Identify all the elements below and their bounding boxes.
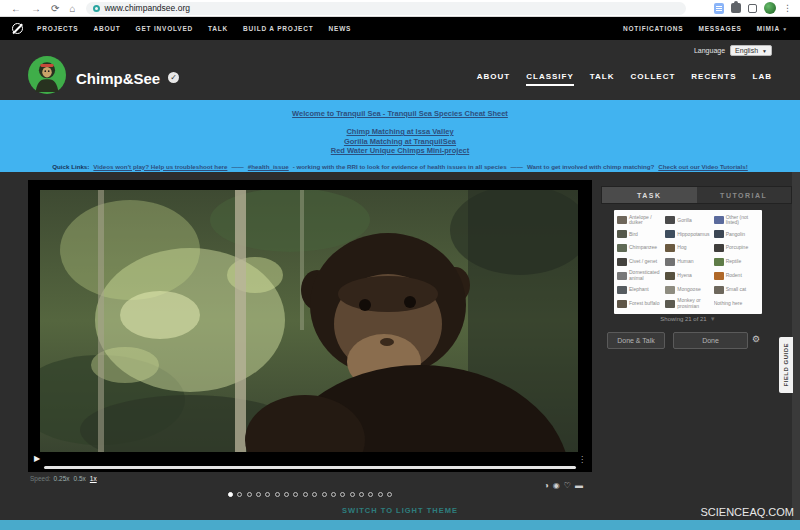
zooniverse-nav-item[interactable]: TALK (208, 25, 228, 32)
field-guide-tab[interactable]: FIELD GUIDE (779, 337, 793, 393)
frame-dot[interactable] (284, 492, 289, 497)
collection-icon[interactable]: ▬ (575, 481, 583, 490)
user-menu[interactable]: MIMIA ▼ (757, 25, 788, 32)
speed-option[interactable]: 0.25x (54, 475, 70, 482)
camera-trap-video[interactable] (40, 190, 578, 452)
quick-link[interactable]: - working with the RRI to look for evide… (293, 163, 507, 170)
species-option[interactable]: Domesticated animal (617, 269, 662, 282)
frame-dot[interactable] (359, 492, 364, 497)
frame-dot[interactable] (350, 492, 355, 497)
site-nav-item[interactable]: CLASSIFY (526, 72, 574, 86)
zooniverse-nav-item[interactable]: NEWS (329, 25, 352, 32)
frame-dot[interactable] (331, 492, 336, 497)
speed-option[interactable]: 0.5x (74, 475, 86, 482)
site-nav-item[interactable]: RECENTS (691, 72, 736, 86)
url-bar[interactable]: www.chimpandsee.org (86, 2, 686, 15)
gear-icon[interactable]: ⚙ (752, 334, 760, 344)
theme-toggle-link[interactable]: SWITCH TO LIGHT THEME (0, 506, 800, 515)
site-nav-item[interactable]: TALK (590, 72, 615, 86)
species-option[interactable]: Rodent (714, 269, 759, 282)
speed-option[interactable]: 1x (90, 475, 97, 482)
extensions-icon[interactable] (731, 3, 741, 13)
frame-dot[interactable] (303, 492, 308, 497)
forward-icon[interactable]: → (31, 0, 41, 17)
species-option[interactable]: Pangolin (714, 228, 759, 241)
frame-dot[interactable] (228, 492, 233, 497)
quick-link[interactable]: —— (511, 163, 523, 170)
species-option[interactable]: Small cat (714, 283, 759, 296)
done-button[interactable]: Done (673, 332, 748, 349)
species-option[interactable]: Forest buffalo (617, 297, 662, 310)
filter-icon[interactable]: ▼ (710, 316, 716, 322)
species-option[interactable]: Porcupine (714, 242, 759, 255)
task-tab[interactable]: TASK (602, 187, 697, 203)
species-option[interactable]: Reptile (714, 256, 759, 269)
species-option[interactable]: Other (not listed) (714, 214, 759, 227)
zooniverse-logo-icon[interactable] (12, 23, 23, 34)
project-logo[interactable] (28, 56, 66, 94)
metadata-icon[interactable]: ◉ (553, 481, 560, 490)
species-option[interactable]: Chimpanzee (617, 242, 662, 255)
quick-link[interactable]: #health_issue (248, 163, 289, 170)
zooniverse-nav-item[interactable]: GET INVOLVED (136, 25, 194, 32)
frame-dot[interactable] (237, 492, 242, 497)
banner-link[interactable]: Red Water Unique Chimps Mini-project (0, 146, 800, 156)
site-info-icon[interactable] (93, 5, 100, 12)
task-tab[interactable]: TUTORIAL (697, 187, 792, 203)
species-option[interactable]: Hog (665, 242, 710, 255)
frame-dot[interactable] (340, 492, 345, 497)
species-option[interactable]: Hippopotamus (665, 228, 710, 241)
banner-headline-link[interactable]: Welcome to Tranquil Sea - Tranquil Sea S… (0, 109, 800, 118)
browser-menu-icon[interactable]: ⋮ (783, 3, 792, 13)
frame-dot[interactable] (312, 492, 317, 497)
reading-list-icon[interactable] (714, 3, 724, 14)
invert-colors-icon[interactable]: ◑ (544, 481, 549, 490)
quick-link[interactable]: Videos won't play? Help us troubleshoot … (93, 163, 227, 170)
frame-dot[interactable] (322, 492, 327, 497)
frame-dot[interactable] (265, 492, 270, 497)
video-menu-icon[interactable]: ⋮ (578, 456, 586, 463)
tab-icon[interactable] (748, 4, 757, 13)
done-and-talk-button[interactable]: Done & Talk (607, 332, 665, 349)
favorite-heart-icon[interactable]: ♡ (564, 481, 571, 490)
species-option[interactable]: Elephant (617, 283, 662, 296)
banner-link[interactable]: Chimp Matching at Issa Valley (0, 127, 800, 137)
frame-dot[interactable] (387, 492, 392, 497)
species-option[interactable]: Gorilla (665, 214, 710, 227)
zooniverse-nav-item[interactable]: ABOUT (93, 25, 120, 32)
zooniverse-user-nav-item[interactable]: MESSAGES (698, 25, 741, 32)
banner-link[interactable]: Gorilla Matching at TranquilSea (0, 137, 800, 147)
frame-dot[interactable] (378, 492, 383, 497)
species-option[interactable]: Nothing here (714, 297, 759, 310)
play-icon[interactable]: ▶ (34, 454, 40, 463)
zooniverse-nav-item[interactable]: BUILD A PROJECT (243, 25, 313, 32)
quick-link[interactable]: —— (231, 163, 243, 170)
scrollbar-track[interactable] (792, 172, 800, 520)
species-option[interactable]: Bird (617, 228, 662, 241)
site-nav-item[interactable]: COLLECT (631, 72, 676, 86)
species-option[interactable]: Human (665, 256, 710, 269)
species-option[interactable]: Monkey or prosimian (665, 297, 710, 310)
frame-dot[interactable] (275, 492, 280, 497)
site-nav-item[interactable]: LAB (753, 72, 772, 86)
back-icon[interactable]: ← (11, 0, 21, 17)
species-option[interactable]: Mongoose (665, 283, 710, 296)
quick-link[interactable]: Check out our Video Tutorials! (658, 163, 748, 170)
frame-dot[interactable] (256, 492, 261, 497)
site-nav-item[interactable]: ABOUT (477, 72, 510, 86)
home-icon[interactable]: ⌂ (69, 0, 75, 17)
reload-icon[interactable]: ⟳ (51, 0, 59, 17)
frame-dot[interactable] (293, 492, 298, 497)
species-option[interactable]: Antelope / duiker (617, 214, 662, 227)
quick-link[interactable]: Want to get involved with chimp matching… (527, 163, 654, 170)
quick-link[interactable]: Quick Links: (52, 163, 89, 170)
species-option[interactable]: Civet / genet (617, 256, 662, 269)
species-option[interactable]: Hyena (665, 269, 710, 282)
video-scrubber[interactable] (44, 466, 576, 469)
profile-avatar[interactable] (764, 2, 776, 14)
zooniverse-nav-item[interactable]: PROJECTS (37, 25, 78, 32)
zooniverse-user-nav-item[interactable]: NOTIFICATIONS (623, 25, 683, 32)
frame-dot[interactable] (247, 492, 252, 497)
frame-dot[interactable] (368, 492, 373, 497)
language-select[interactable]: English ▼ (730, 45, 772, 56)
